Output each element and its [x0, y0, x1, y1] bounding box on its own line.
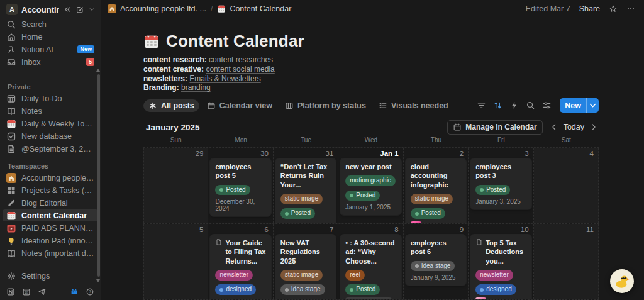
sidebar-item-accounting-people-ltd[interactable]: Accounting people ltd. ...: [3, 172, 98, 184]
event-title-text: Top 5 Tax Deductions you...: [486, 238, 526, 265]
asterisk-icon: [148, 101, 157, 110]
cell-date-label: 6: [208, 224, 272, 235]
sidebar-item-settings[interactable]: Settings: [3, 270, 98, 282]
question-icon[interactable]: ?: [86, 287, 94, 296]
plane-icon[interactable]: [38, 287, 47, 296]
sidebar-item-content-calendar[interactable]: Content Calendar: [3, 209, 98, 221]
new-button[interactable]: New: [560, 98, 599, 113]
scroll-up-arrow[interactable]: [96, 69, 100, 72]
sidebar-item-label: Notes: [21, 107, 94, 116]
day-cell-31[interactable]: 31“Don’t Let Tax Returns Ruin Your...sta…: [274, 148, 338, 223]
day-cell-30[interactable]: 30employees post 5PostedDecember 30, 202…: [208, 148, 273, 223]
property-link[interactable]: content researches: [209, 55, 273, 64]
sidebar-item-projects-tasks-acco[interactable]: Projects & Tasks (Acco...: [3, 184, 98, 196]
day-cell-2[interactable]: 2cloud accounting infographicstatic imag…: [404, 148, 469, 223]
new-dropdown-chevron-icon[interactable]: [586, 98, 599, 113]
sidebar-item-paid-ads-planner-t[interactable]: PAID ADS PLANNER T...: [3, 222, 98, 234]
tag-label: Idea stage: [291, 285, 321, 294]
favorite-star-icon[interactable]: [609, 4, 618, 13]
cal28-icon[interactable]: 28: [22, 287, 31, 296]
day-cell-7[interactable]: 7New VAT Regulations 2025static imageIde…: [274, 224, 338, 299]
event-card[interactable]: New VAT Regulations 2025static imageIdea…: [275, 235, 336, 299]
event-card[interactable]: cloud accounting infographicstatic image…: [406, 158, 466, 223]
sidebar-item-daily-weekly-to-do-li[interactable]: Daily & Weekly To-Do Li...: [3, 118, 98, 130]
sidebar-item-daily-to-do[interactable]: Daily To-Do: [3, 92, 98, 104]
day-cell-5[interactable]: 5: [143, 224, 208, 299]
sidebar-item-search[interactable]: Search: [3, 18, 98, 30]
sliders-icon[interactable]: [542, 101, 552, 110]
breadcrumb-item-content-calendar[interactable]: Content Calendar: [217, 4, 291, 13]
zap-icon[interactable]: [509, 101, 519, 110]
workspace-switcher[interactable]: A Accountin...: [0, 0, 101, 18]
day-cell-6[interactable]: 6Your Guide to Filing Tax Returns...news…: [208, 224, 273, 299]
book-icon: [6, 248, 16, 258]
today-button[interactable]: Today: [564, 123, 584, 131]
day-cell-11[interactable]: 11: [534, 224, 599, 299]
sort-icon[interactable]: [493, 101, 502, 110]
day-cell-10[interactable]: 10Top 5 Tax Deductions you...newsletterd…: [469, 224, 533, 299]
next-month-button[interactable]: [589, 122, 599, 132]
page-emoji-calendar-icon[interactable]: [143, 34, 160, 49]
collapse-sidebar-icon[interactable]: [63, 5, 72, 14]
grid-icon: [6, 186, 16, 196]
attachment-thumbnail[interactable]: [475, 297, 486, 299]
day-cell-3[interactable]: 3employees post 3PostedJanuary 3, 2025: [469, 148, 533, 223]
property-link[interactable]: branding: [181, 83, 211, 92]
more-options-icon[interactable]: [626, 4, 635, 13]
notion-logo-icon[interactable]: [6, 287, 15, 296]
event-card[interactable]: employees post 5PostedDecember 30, 2024: [210, 158, 270, 216]
manage-in-calendar-button[interactable]: Manage in Calendar: [447, 120, 542, 135]
sidebar-item-notes[interactable]: Notes: [3, 105, 98, 117]
sidebar-item-notion-ai[interactable]: Notion AINew: [3, 43, 98, 55]
day-cell-29[interactable]: 29: [143, 148, 208, 223]
day-cell-4[interactable]: 4: [534, 148, 599, 223]
filter-icon[interactable]: [477, 101, 486, 110]
tag-posted: Posted: [345, 191, 380, 201]
tag-dot: [480, 288, 484, 292]
sidebar-item-ideation-pad-innovati[interactable]: Ideation Pad (innovati...: [3, 235, 98, 247]
sidebar-item-new-database[interactable]: New database: [3, 130, 98, 142]
day-cell-jan-1[interactable]: Jan 1new year postmotion graphicPostedJa…: [338, 148, 403, 223]
sidebar-scrollbar[interactable]: [97, 74, 100, 277]
sidebar-item-notes-important-doc[interactable]: Notes (important doc...: [3, 247, 98, 259]
property-link[interactable]: Emails & Newsletters: [189, 74, 260, 83]
pet-icon[interactable]: [70, 287, 79, 296]
event-card[interactable]: employees post 6Idea stageJanuary 9, 202…: [406, 235, 466, 286]
tag-label: static image: [415, 194, 448, 204]
tab-visuals-needed[interactable]: Visuals needed: [374, 99, 453, 112]
tab-platform-by-status[interactable]: Platform by status: [280, 99, 371, 112]
event-card[interactable]: Your Guide to Filing Tax Returns...newsl…: [210, 235, 270, 299]
tag-static-image: static image: [280, 270, 323, 281]
search-icon[interactable]: [526, 101, 535, 110]
tag-dot: [219, 288, 223, 292]
day-cell-8[interactable]: 8• : A 30-second ad: “Why Choose...reelP…: [338, 224, 403, 299]
event-card[interactable]: Top 5 Tax Deductions you...newsletterdes…: [470, 235, 531, 299]
tag-static-image: static image: [280, 194, 323, 204]
tag-dot: [415, 212, 419, 216]
sidebar-item-blog-editorial[interactable]: Blog Editorial: [3, 197, 98, 209]
property-link[interactable]: content social media: [206, 65, 274, 74]
badge: New: [77, 45, 94, 53]
sidebar-item-september-3-2025-3[interactable]: @September 3, 2025 3:...: [3, 143, 98, 155]
attachment-thumbnail[interactable]: [411, 221, 421, 223]
event-card[interactable]: new year postmotion graphicPostedJanuary…: [340, 158, 401, 215]
scroll-down-arrow[interactable]: [96, 279, 100, 282]
day-cell-9[interactable]: 9employees post 6Idea stageJanuary 9, 20…: [404, 224, 469, 299]
ai-duck-button[interactable]: [610, 269, 634, 293]
event-card[interactable]: “Don’t Let Tax Returns Ruin Your...stati…: [275, 158, 336, 223]
event-card[interactable]: employees post 3PostedJanuary 3, 2025: [470, 158, 531, 209]
new-page-icon[interactable]: [75, 5, 84, 14]
share-button[interactable]: Share: [579, 4, 600, 13]
url-chip[interactable]: https://accountin...: [345, 297, 392, 299]
sidebar-item-inbox[interactable]: Inbox5: [3, 56, 98, 68]
event-title-text: cloud accounting infographic: [411, 162, 461, 189]
chevron-down-icon[interactable]: [88, 6, 96, 13]
previous-month-button[interactable]: [549, 122, 559, 132]
tab-all-posts[interactable]: All posts: [143, 99, 199, 112]
tab-calendar-view[interactable]: Calendar view: [202, 99, 277, 112]
property-line: content research: content researches: [143, 55, 599, 65]
event-card[interactable]: • : A 30-second ad: “Why Choose...reelPo…: [340, 235, 401, 299]
cell-date-label: 11: [534, 224, 598, 235]
sidebar-item-home[interactable]: Home: [3, 31, 98, 43]
breadcrumb-item-accounting-people-ltd[interactable]: Accounting people ltd. ...: [108, 4, 206, 13]
